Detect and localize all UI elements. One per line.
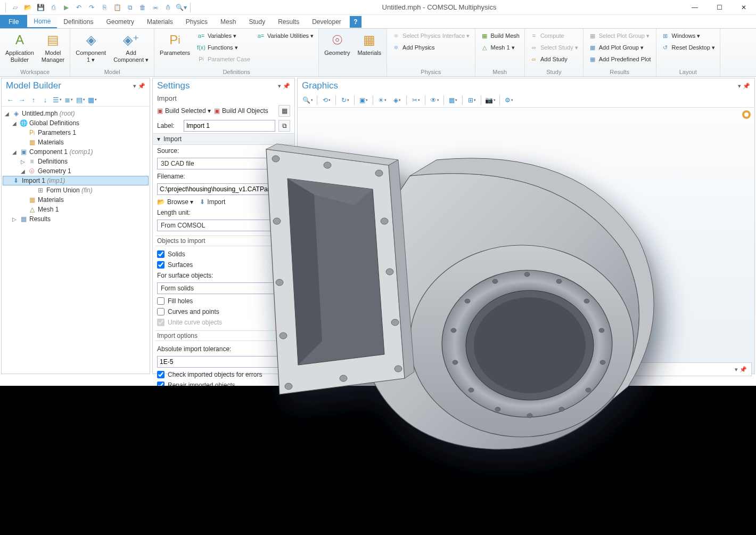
- build-all-button[interactable]: ▣Build All Objects: [214, 107, 268, 115]
- functions-button[interactable]: f(x)Functions ▾: [194, 42, 253, 53]
- parameters-button[interactable]: Pi Parameters: [157, 30, 193, 58]
- qat-redo-icon[interactable]: ↷: [86, 2, 97, 13]
- source-combo[interactable]: 3D CAD file: [157, 158, 290, 169]
- abs-tol-input[interactable]: [157, 356, 290, 368]
- qat-save-icon[interactable]: 💾: [35, 2, 46, 13]
- graphics-pin-icon[interactable]: 📌: [743, 83, 750, 90]
- check-errors-checkbox[interactable]: Check imported objects for errors: [157, 371, 290, 378]
- tab-physics[interactable]: Physics: [179, 15, 214, 28]
- maximize-button[interactable]: ☐: [707, 0, 732, 15]
- grid-icon[interactable]: ⊞: [465, 94, 479, 106]
- variables-button[interactable]: a=Variables ▾: [194, 30, 253, 42]
- orbit-icon[interactable]: ⟲: [319, 94, 333, 106]
- tab-mesh[interactable]: Mesh: [214, 15, 242, 28]
- tree-results[interactable]: ▷▦Results: [3, 214, 149, 224]
- reset-desktop-button[interactable]: ↺Reset Desktop ▾: [659, 42, 718, 53]
- qat-undo-icon[interactable]: ↶: [73, 2, 85, 13]
- mb-back-icon[interactable]: ←: [5, 94, 15, 105]
- settings-dropdown-icon[interactable]: ▾: [278, 83, 281, 90]
- qat-new-icon[interactable]: ▱: [9, 2, 21, 13]
- tree-form-union[interactable]: ⊞Form Union (fin): [3, 185, 149, 195]
- qat-paste-icon[interactable]: 📋: [111, 2, 123, 13]
- tree-definitions[interactable]: ▷≡Definitions: [3, 157, 149, 166]
- length-unit-combo[interactable]: From COMSOL: [157, 220, 290, 231]
- model-manager-button[interactable]: ▤ ModelManager: [38, 30, 68, 64]
- mesh-icon[interactable]: ▦: [446, 94, 460, 106]
- tab-study[interactable]: Study: [242, 15, 272, 28]
- graphics-canvas[interactable]: [298, 108, 754, 374]
- qat-copy-icon[interactable]: ⎘: [98, 2, 110, 13]
- tree-global-definitions[interactable]: ◢🌐Global Definitions: [3, 118, 149, 128]
- qat-open-icon[interactable]: 📂: [22, 2, 34, 13]
- form-solids-combo[interactable]: Form solids: [157, 282, 290, 294]
- component-button[interactable]: ◈ Component1 ▾: [72, 30, 109, 64]
- surfaces-checkbox[interactable]: Surfaces: [157, 261, 290, 269]
- tab-materials[interactable]: Materials: [141, 15, 179, 28]
- mb-show-icon[interactable]: ☰: [52, 94, 62, 105]
- panel-pin-icon[interactable]: 📌: [138, 83, 145, 90]
- add-plot-group-button[interactable]: ▦Add Plot Group ▾: [586, 42, 654, 53]
- filename-action-icon[interactable]: ⋯: [278, 183, 290, 195]
- import-button[interactable]: ⬇Import: [200, 198, 225, 206]
- mb-expand-icon[interactable]: ▤: [75, 94, 86, 105]
- qat-icon-b[interactable]: ⫛: [162, 2, 174, 13]
- tree-geometry[interactable]: ◢⦾Geometry 1: [3, 166, 149, 176]
- label-input[interactable]: [184, 120, 275, 132]
- mb-down-icon[interactable]: ↓: [40, 94, 51, 105]
- messages-panel[interactable]: Me ▾ 📌: [303, 362, 752, 376]
- mb-forward-icon[interactable]: →: [17, 94, 27, 105]
- scene-light-icon[interactable]: ☀: [375, 94, 389, 106]
- mb-collapse-icon[interactable]: ≣: [63, 94, 74, 105]
- minimize-button[interactable]: —: [683, 0, 707, 15]
- materials-button[interactable]: ▦ Materials: [354, 30, 384, 58]
- hide-icon[interactable]: 👁: [428, 94, 441, 106]
- build-selected-button[interactable]: ▣Build Selected ▾: [157, 107, 211, 115]
- zoom-icon[interactable]: 🔍: [301, 94, 315, 106]
- image-icon[interactable]: 📷: [483, 94, 497, 106]
- help-button[interactable]: ?: [350, 16, 361, 28]
- tree-component[interactable]: ◢▣Component 1 (comp1): [3, 147, 149, 157]
- tab-definitions[interactable]: Definitions: [57, 15, 100, 28]
- close-button[interactable]: ✕: [732, 0, 756, 15]
- clip-icon[interactable]: ✂: [409, 94, 423, 106]
- tab-geometry[interactable]: Geometry: [100, 15, 141, 28]
- tree-root[interactable]: ◢◈Untitled.mph (root): [3, 109, 149, 118]
- view-icon[interactable]: ↻: [338, 94, 352, 106]
- import-section-header[interactable]: ▾ Import: [153, 133, 294, 145]
- graphics-dropdown-icon[interactable]: ▾: [738, 83, 741, 90]
- label-link-icon[interactable]: ⧉: [278, 120, 290, 132]
- tab-home[interactable]: Home: [27, 15, 57, 28]
- tab-results[interactable]: Results: [272, 15, 306, 28]
- curves-checkbox[interactable]: Curves and points: [157, 308, 290, 315]
- add-study-button[interactable]: ∞Add Study: [527, 53, 581, 65]
- tree-mesh[interactable]: △Mesh 1: [3, 205, 149, 214]
- tree-import[interactable]: ⬇Import 1 (imp1): [3, 176, 149, 185]
- tree-materials-global[interactable]: ▦Materials: [3, 137, 149, 147]
- reset-icon[interactable]: ⚙: [502, 94, 516, 106]
- mb-up-icon[interactable]: ↑: [28, 94, 39, 105]
- tree-materials-comp[interactable]: ▦Materials: [3, 195, 149, 205]
- mb-filter-icon[interactable]: ▦: [87, 94, 97, 105]
- geometry-button[interactable]: ⦾ Geometry: [321, 30, 353, 58]
- fill-holes-checkbox[interactable]: Fill holes: [157, 297, 290, 305]
- application-builder-button[interactable]: A ApplicationBuilder: [2, 30, 37, 64]
- qat-search-icon[interactable]: 🔍▾: [175, 2, 187, 13]
- solids-checkbox[interactable]: Solids: [157, 250, 290, 258]
- qat-run-icon[interactable]: ▶: [60, 2, 72, 13]
- file-menu[interactable]: File: [0, 15, 27, 28]
- build-extra-icon[interactable]: ▦: [278, 105, 290, 117]
- windows-button[interactable]: ⊞Windows ▾: [659, 30, 718, 42]
- mesh1-button[interactable]: △Mesh 1 ▾: [478, 42, 522, 53]
- variable-utilities-button[interactable]: a=Variable Utilities ▾: [254, 30, 316, 42]
- build-mesh-button[interactable]: ▦Build Mesh: [478, 30, 522, 42]
- qat-saveas-icon[interactable]: ⎙: [47, 2, 59, 13]
- browse-button[interactable]: 📂Browse ▾: [157, 198, 193, 206]
- select-icon[interactable]: ▣: [357, 94, 371, 106]
- qat-icon-a[interactable]: ⫘: [150, 2, 161, 13]
- add-physics-button[interactable]: ⚛Add Physics: [389, 42, 472, 53]
- add-predefined-plot-button[interactable]: ▦Add Predefined Plot: [586, 53, 654, 65]
- transparency-icon[interactable]: ◈: [390, 94, 404, 106]
- tree-parameters[interactable]: PiParameters 1: [3, 128, 149, 137]
- add-component-button[interactable]: ◈⁺ AddComponent ▾: [110, 30, 152, 64]
- tab-developer[interactable]: Developer: [306, 15, 348, 28]
